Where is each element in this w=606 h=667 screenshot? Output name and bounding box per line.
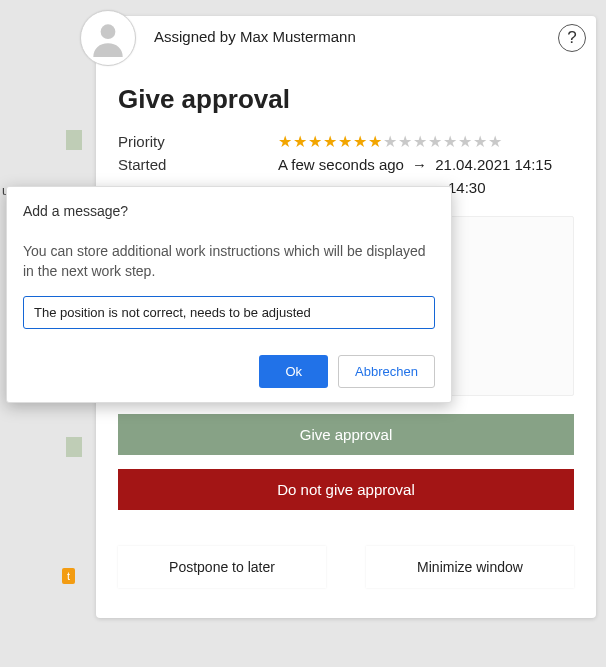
secondary-actions: Postpone to later Minimize window [96,546,596,588]
give-approval-button[interactable]: Give approval [118,414,574,455]
assigned-by-label: Assigned by Max Mustermann [154,28,356,45]
priority-row: Priority ★★★★★★★★★★★★★★★ [118,133,574,150]
question-icon: ? [567,28,576,48]
star-icon[interactable]: ★ [488,134,502,150]
star-icon[interactable]: ★ [398,134,412,150]
star-icon[interactable]: ★ [353,134,367,150]
started-value: A few seconds ago → 21.04.2021 14:15 [278,156,574,173]
started-target: 21.04.2021 14:15 [435,156,552,173]
started-row: Started A few seconds ago → 21.04.2021 1… [118,156,574,173]
page-title: Give approval [118,84,574,115]
postpone-button[interactable]: Postpone to later [118,546,326,588]
star-icon[interactable]: ★ [323,134,337,150]
second-target-time: 14:30 [448,179,486,196]
arrow-right-icon: → [412,156,427,173]
star-icon[interactable]: ★ [383,134,397,150]
star-icon[interactable]: ★ [443,134,457,150]
star-icon[interactable]: ★ [308,134,322,150]
dialog-title: Add a message? [23,203,435,219]
panel-header: Assigned by Max Mustermann ? [96,16,596,64]
star-icon[interactable]: ★ [278,134,292,150]
person-icon [87,17,129,59]
cancel-button[interactable]: Abbrechen [338,355,435,388]
started-label: Started [118,156,278,173]
svg-point-0 [101,24,116,39]
priority-label: Priority [118,133,278,150]
minimize-button[interactable]: Minimize window [366,546,574,588]
dialog-actions: Ok Abbrechen [23,355,435,388]
priority-stars[interactable]: ★★★★★★★★★★★★★★★ [278,133,574,150]
add-message-dialog: Add a message? You can store additional … [6,186,452,403]
help-button[interactable]: ? [558,24,586,52]
dialog-body-text: You can store additional work instructio… [23,241,435,282]
message-input[interactable] [23,296,435,329]
started-relative: A few seconds ago [278,156,404,173]
primary-actions: Give approval Do not give approval [96,414,596,510]
avatar [80,10,136,66]
star-icon[interactable]: ★ [428,134,442,150]
star-icon[interactable]: ★ [338,134,352,150]
star-icon[interactable]: ★ [413,134,427,150]
star-icon[interactable]: ★ [458,134,472,150]
bg-stripe-2 [66,437,82,457]
ok-button[interactable]: Ok [259,355,328,388]
reject-approval-button[interactable]: Do not give approval [118,469,574,510]
bg-stripe-1 [66,130,82,150]
bg-badge: t [62,568,75,584]
star-icon[interactable]: ★ [368,134,382,150]
star-icon[interactable]: ★ [473,134,487,150]
star-icon[interactable]: ★ [293,134,307,150]
